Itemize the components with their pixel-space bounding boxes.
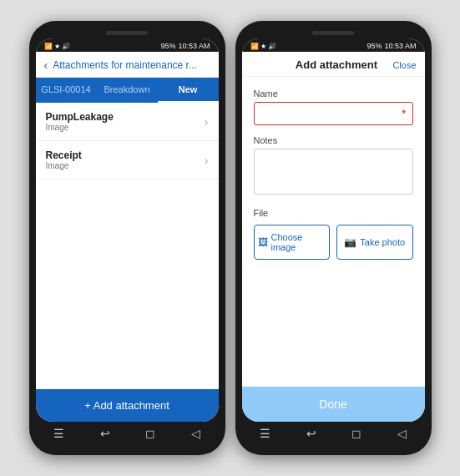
status-icons-right: 📶 ★ 🔊 xyxy=(250,43,276,50)
image-icon: 🖼 xyxy=(258,236,268,248)
time-right: 10:53 AM xyxy=(384,42,416,50)
nav-menu-right[interactable]: ☰ xyxy=(260,427,270,440)
name-label: Name xyxy=(254,89,413,99)
add-attachment-button[interactable]: + Add attachment xyxy=(36,389,219,422)
attachment-type-1: Image xyxy=(46,161,205,170)
name-input-wrapper: * xyxy=(254,102,413,125)
nav-menu-left[interactable]: ☰ xyxy=(53,427,64,440)
tab-bar: GLSI-00014 Breakdown New xyxy=(36,78,219,103)
choose-image-label: Choose image xyxy=(271,232,326,252)
nav-home-left[interactable]: ◻ xyxy=(145,427,155,440)
file-label: File xyxy=(254,208,413,218)
chevron-icon-1: › xyxy=(205,154,209,167)
notes-label: Notes xyxy=(254,135,413,145)
nav-recent-left[interactable]: ↩ xyxy=(100,427,110,440)
attachment-type-0: Image xyxy=(46,123,205,132)
left-screen: 📶 ★ 🔊 95% 10:53 AM ‹ Attachments for mai… xyxy=(36,38,219,422)
status-icons-left: 📶 ★ 🔊 xyxy=(44,43,70,50)
left-phone: 📶 ★ 🔊 95% 10:53 AM ‹ Attachments for mai… xyxy=(29,21,225,455)
app-header-right: Add attachment Close xyxy=(242,52,425,77)
right-phone: 📶 ★ 🔊 95% 10:53 AM Add attachment Close … xyxy=(235,21,432,455)
header-title-right: Add attachment xyxy=(281,58,393,71)
choose-image-button[interactable]: 🖼 Choose image xyxy=(254,225,331,260)
time-left: 10:53 AM xyxy=(178,42,210,50)
required-star: * xyxy=(402,107,406,120)
nav-back-right[interactable]: ◁ xyxy=(397,427,407,440)
nav-bar-right: ☰ ↩ ◻ ◁ xyxy=(242,422,425,445)
notes-input[interactable] xyxy=(254,149,413,195)
right-screen: 📶 ★ 🔊 95% 10:53 AM Add attachment Close … xyxy=(242,38,425,422)
status-bar-left: 📶 ★ 🔊 95% 10:53 AM xyxy=(36,38,219,52)
app-header-left: ‹ Attachments for maintenance r... xyxy=(36,52,219,78)
chevron-icon-0: › xyxy=(205,115,209,129)
tab-breakdown[interactable]: Breakdown xyxy=(97,78,158,103)
done-button[interactable]: Done xyxy=(242,387,425,422)
attachment-list: PumpLeakage Image › Receipt Image › xyxy=(36,103,219,389)
file-buttons: 🖼 Choose image 📷 Take photo xyxy=(254,225,413,260)
attachment-name-1: Receipt xyxy=(46,149,205,161)
nav-bar-left: ☰ ↩ ◻ ◁ xyxy=(36,422,219,445)
tab-glsi[interactable]: GLSI-00014 xyxy=(36,78,97,103)
camera-icon: 📷 xyxy=(344,236,356,248)
nav-home-right[interactable]: ◻ xyxy=(351,427,361,440)
attachment-name-0: PumpLeakage xyxy=(46,111,205,123)
status-bar-right: 📶 ★ 🔊 95% 10:53 AM xyxy=(242,38,425,52)
form-area: Name * Notes File 🖼 Choose image 📷 xyxy=(242,77,425,387)
take-photo-button[interactable]: 📷 Take photo xyxy=(336,225,413,260)
speaker-right xyxy=(312,31,354,35)
battery-left: 95% xyxy=(160,42,175,50)
tab-new[interactable]: New xyxy=(158,78,219,103)
nav-back-left[interactable]: ◁ xyxy=(191,427,200,440)
header-title-left: Attachments for maintenance r... xyxy=(53,59,210,71)
attachment-item-pumpleakage[interactable]: PumpLeakage Image › xyxy=(36,103,219,141)
attachment-item-receipt[interactable]: Receipt Image › xyxy=(36,141,219,180)
nav-recent-right[interactable]: ↩ xyxy=(306,427,316,440)
back-button[interactable]: ‹ xyxy=(44,58,48,72)
name-input[interactable] xyxy=(254,102,413,125)
take-photo-label: Take photo xyxy=(360,237,405,247)
battery-right: 95% xyxy=(366,42,382,50)
speaker xyxy=(106,31,148,35)
close-button[interactable]: Close xyxy=(392,60,416,70)
